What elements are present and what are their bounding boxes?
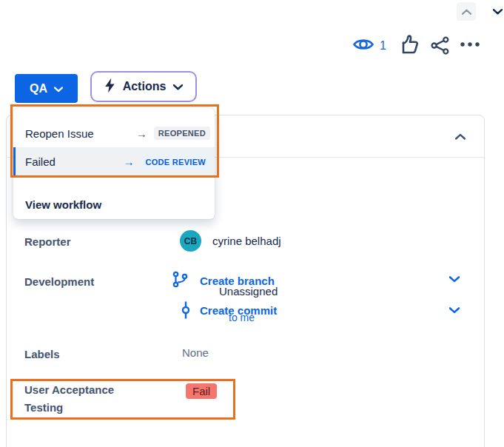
actions-dropdown-button[interactable]: Actions [90,71,197,102]
thumbs-up-icon [400,46,420,57]
panel-collapse-button[interactable] [451,127,469,145]
reporter-name: cyrine belhadj [212,235,281,247]
status-label: QA [30,82,47,95]
labels-field-label: Labels [24,348,60,360]
transition-label: Reopen Issue [25,127,94,140]
status-lozenge-code-review: CODE REVIEW [141,155,210,169]
menu-item-reopen-issue[interactable]: Reopen Issue → REOPENED [13,119,215,147]
jira-issue-view: 1 QA [0,0,504,447]
lightning-bolt-icon [104,78,115,96]
like-button[interactable] [400,33,420,55]
reporter-field-label: Reporter [24,235,71,248]
chevron-down-icon [54,82,63,95]
chevron-down-icon[interactable] [492,7,503,17]
watch-eye-icon [352,35,374,57]
collapse-up-button[interactable] [457,2,476,21]
arrow-right-icon: → [136,127,147,140]
watch-count: 1 [380,39,386,53]
development-field-label: Development [24,275,94,288]
menu-item-view-workflow[interactable]: View workflow [13,189,215,219]
actions-label: Actions [123,80,167,93]
more-actions-button[interactable] [460,41,480,47]
branch-icon [172,271,188,288]
uat-status-badge: Fail [186,383,217,399]
workflow-status-menu: Reopen Issue → REOPENED Failed → CODE RE… [13,108,215,219]
status-dropdown-button[interactable]: QA [15,74,78,103]
create-branch-link[interactable]: Create branch [200,275,275,287]
transition-label: Failed [25,155,56,168]
chevron-up-icon [462,6,471,17]
chevron-down-icon [173,80,183,93]
menu-item-failed[interactable]: Failed → CODE REVIEW [13,147,215,176]
commit-icon [181,300,191,320]
share-button[interactable] [430,36,450,55]
reporter-avatar[interactable]: CB [180,230,201,252]
watchers-button[interactable]: 1 [352,35,386,57]
labels-value[interactable]: None [182,346,209,359]
arrow-right-icon: → [123,155,134,168]
ellipsis-icon [460,38,480,50]
create-commit-link[interactable]: Create commit [200,304,277,317]
uat-field-label: User Acceptance Testing [24,381,144,417]
branch-options-chevron-icon[interactable] [449,276,460,283]
view-workflow-label: View workflow [25,198,101,211]
status-lozenge-reopened: REOPENED [154,127,210,140]
commit-options-chevron-icon[interactable] [449,307,460,314]
share-icon [430,46,450,57]
